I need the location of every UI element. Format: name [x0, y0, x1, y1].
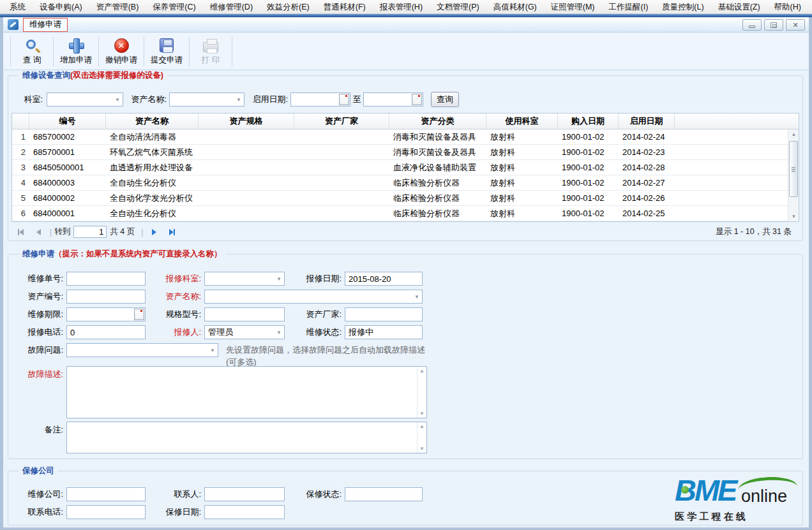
- menu-item[interactable]: 质量控制(L): [655, 0, 710, 14]
- menu-item[interactable]: 维修管理(D): [203, 0, 260, 14]
- cell-filler: [675, 191, 788, 205]
- model-input[interactable]: [204, 307, 285, 321]
- col-vendor[interactable]: 资产厂家: [294, 114, 389, 129]
- order-no-label: 维修单号:: [11, 272, 63, 286]
- submit-request-button[interactable]: 提交申请: [146, 35, 187, 68]
- toolbar-separator: [189, 37, 190, 66]
- last-page-button[interactable]: [169, 229, 175, 235]
- col-purchase-date[interactable]: 购入日期: [558, 114, 619, 129]
- report-date-input[interactable]: [345, 272, 423, 286]
- col-id[interactable]: 编号: [29, 114, 106, 129]
- add-request-button[interactable]: 增加申请: [56, 35, 96, 68]
- prev-page-button[interactable]: [36, 229, 41, 235]
- menu-item[interactable]: 高值耗材(G): [486, 0, 544, 14]
- maximize-button[interactable]: [764, 19, 783, 31]
- table-row[interactable]: 3 68450500001 血透透析用水处理设备 血液净化设备辅助装置 放射科 …: [12, 160, 788, 175]
- menu-item[interactable]: 效益分析(E): [260, 0, 317, 14]
- calendar-icon[interactable]: [339, 94, 349, 105]
- warranty-contact-input[interactable]: [204, 487, 285, 501]
- scroll-down-icon[interactable]: ▼: [417, 446, 426, 452]
- menu-item[interactable]: 帮助(H): [767, 0, 808, 14]
- print-button[interactable]: 打 印: [192, 35, 230, 68]
- col-dept[interactable]: 使用科室: [486, 114, 558, 129]
- warranty-phone-input[interactable]: [66, 505, 146, 519]
- menu-item[interactable]: 报表管理(H): [373, 0, 430, 14]
- warranty-company-label: 维修公司:: [11, 487, 63, 501]
- scroll-up-icon[interactable]: ▲: [789, 129, 799, 139]
- table-scrollbar[interactable]: ▲ ▼: [788, 129, 799, 221]
- table-row-clipped[interactable]: 数字化成像系统 计算机体层诊断设备 放射科: [12, 221, 788, 222]
- asset-filter-combobox[interactable]: ▼: [169, 92, 244, 107]
- menu-item[interactable]: 工作提醒(I): [602, 0, 656, 14]
- order-no-input[interactable]: [66, 272, 146, 286]
- scrollbar-thumb[interactable]: [789, 141, 798, 197]
- warranty-status-input[interactable]: [345, 487, 423, 501]
- scroll-up-icon[interactable]: ▲: [417, 423, 426, 429]
- menu-item[interactable]: 资产管理(B): [89, 0, 146, 14]
- table-row[interactable]: 5 684000002 全自动化学发光分析仪 临床检验分析仪器 放射科 1900…: [12, 191, 788, 206]
- toolbar-separator: [232, 37, 232, 66]
- warranty-date-input[interactable]: [204, 505, 285, 519]
- remark-textarea[interactable]: ▲▼: [66, 422, 427, 453]
- cancel-request-button[interactable]: ✕ 撤销申请: [101, 35, 142, 68]
- fault-desc-label: 故障描述:: [11, 367, 63, 381]
- vendor-input[interactable]: [345, 307, 423, 321]
- asset-name-combobox[interactable]: ▼: [204, 290, 423, 304]
- report-dept-combobox[interactable]: ▼: [204, 272, 285, 286]
- page-number-input[interactable]: [73, 226, 107, 238]
- cell-name: 全自动生化分析仪: [106, 206, 199, 221]
- search-button[interactable]: 查询: [431, 92, 459, 107]
- table-row[interactable]: 2 685700001 环氧乙烷气体灭菌系统 消毒和灭菌设备及器具 放射科 19…: [12, 145, 788, 160]
- table-row[interactable]: 4 684000003 全自动生化分析仪 临床检验分析仪器 放射科 1900-0…: [12, 175, 788, 191]
- cell-start-date: 2014-02-27: [619, 175, 675, 190]
- cell-filler: [675, 145, 788, 159]
- cell-filler: [675, 221, 788, 222]
- asset-no-input[interactable]: [66, 290, 146, 304]
- scroll-down-icon[interactable]: ▼: [789, 212, 799, 221]
- chevron-down-icon: ▼: [274, 330, 284, 335]
- cell-purchase-date: 1900-01-02: [558, 145, 619, 159]
- menu-item[interactable]: 普通耗材(F): [317, 0, 373, 14]
- fault-desc-textarea[interactable]: ▲▼: [66, 366, 427, 418]
- menu-item[interactable]: 系统: [3, 0, 33, 14]
- tab-maintenance-request[interactable]: 维修申请: [23, 18, 68, 32]
- menu-item[interactable]: 证照管理(M): [544, 0, 602, 14]
- print-icon: [202, 37, 219, 54]
- device-query-title-hint: (双击选择需要报修的设备): [70, 71, 163, 80]
- scroll-down-icon[interactable]: ▼: [417, 411, 426, 416]
- col-name[interactable]: 资产名称: [106, 114, 199, 129]
- start-date-from-field[interactable]: [290, 92, 350, 107]
- report-phone-input[interactable]: [66, 325, 146, 339]
- first-page-button[interactable]: [18, 229, 24, 235]
- menu-item[interactable]: 文档管理(P): [430, 0, 486, 14]
- warranty-company-input[interactable]: [66, 487, 146, 501]
- cell-vendor: [294, 145, 389, 159]
- deadline-date-field[interactable]: [66, 307, 146, 321]
- col-spec[interactable]: 资产规格: [199, 114, 294, 129]
- query-button[interactable]: 查 询: [13, 35, 51, 68]
- textarea-scrollbar[interactable]: ▲▼: [417, 367, 426, 418]
- minimize-button[interactable]: [742, 19, 762, 31]
- submit-request-label: 提交申请: [151, 55, 183, 66]
- status-input[interactable]: [345, 325, 423, 339]
- close-button[interactable]: ✕: [786, 19, 805, 31]
- fault-problem-combobox[interactable]: ▼: [66, 343, 218, 357]
- next-page-button[interactable]: [152, 229, 156, 235]
- menu-item[interactable]: 保养管理(C): [146, 0, 202, 14]
- start-date-to-field[interactable]: [363, 92, 423, 107]
- col-category[interactable]: 资产分类: [389, 114, 486, 129]
- scroll-up-icon[interactable]: ▲: [417, 368, 426, 374]
- menu-item[interactable]: 设备申购(A): [33, 0, 89, 14]
- table-row[interactable]: 1 685700002 全自动清洗消毒器 消毒和灭菌设备及器具 放射科 1900…: [12, 129, 788, 145]
- cell-start-date: 2014-02-26: [619, 191, 675, 205]
- menu-item[interactable]: 基础设置(Z): [711, 0, 767, 14]
- textarea-scrollbar[interactable]: ▲▼: [417, 422, 426, 453]
- table-row[interactable]: 6 684000001 全自动生化分析仪 临床检验分析仪器 放射科 1900-0…: [12, 206, 788, 221]
- dept-filter-combobox[interactable]: ▼: [47, 92, 123, 107]
- warranty-title-text: 保修公司: [22, 466, 54, 475]
- col-start-date[interactable]: 启用日期: [619, 114, 675, 129]
- calendar-icon[interactable]: [134, 309, 144, 320]
- chevron-down-icon: ▼: [234, 97, 244, 103]
- calendar-icon[interactable]: [412, 94, 422, 105]
- reporter-combobox[interactable]: 管理员▼: [204, 325, 285, 339]
